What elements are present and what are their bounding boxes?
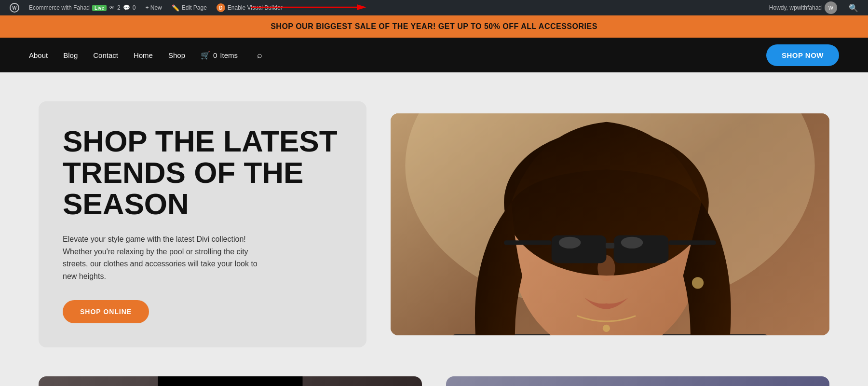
views-count: 2 <box>117 4 121 11</box>
svg-rect-21 <box>158 376 303 386</box>
svg-point-20 <box>603 325 610 332</box>
cart-icon: 🛒 <box>201 51 210 60</box>
hero-section: SHOP THE LATEST TRENDS OF THE SEASON Ele… <box>0 72 868 376</box>
nav-contact[interactable]: Contact <box>93 51 118 59</box>
nav-blog[interactable]: Blog <box>63 51 78 59</box>
shop-now-button[interactable]: SHOP NOW <box>766 44 839 66</box>
wp-logo-button[interactable]: W <box>6 0 23 15</box>
thumbnail-card-2[interactable] <box>446 376 829 386</box>
live-badge: Live <box>92 5 107 11</box>
red-arrow-annotation <box>251 3 366 12</box>
user-avatar[interactable]: W <box>825 1 837 14</box>
hero-image-placeholder <box>391 113 829 335</box>
bottom-thumbnail-row <box>0 376 868 386</box>
promo-banner: SHOP OUR BIGGEST SALE OF THE YEAR! GET U… <box>0 15 868 38</box>
comments-icon: 💬 <box>123 4 130 11</box>
svg-point-19 <box>692 277 704 289</box>
site-name-text: Ecommerce with Fahad <box>29 4 90 11</box>
nav-home[interactable]: Home <box>134 51 153 59</box>
admin-bar-right: Howdy, wpwithfahad W 🔍 <box>765 1 862 14</box>
edit-page-label: Edit Page <box>182 4 207 11</box>
svg-rect-24 <box>566 376 710 386</box>
howdy-text: Howdy, wpwithfahad <box>769 4 822 11</box>
thumbnail-card-1[interactable] <box>39 376 422 386</box>
edit-pencil-icon: ✏️ <box>172 4 179 12</box>
admin-search-icon[interactable]: 🔍 <box>845 3 862 13</box>
new-button[interactable]: + New <box>141 0 165 15</box>
cart-area[interactable]: 🛒 0 Items <box>201 51 238 60</box>
views-icon: 👁 <box>109 4 115 11</box>
site-nav: About Blog Contact Home Shop 🛒 0 Items ⌕… <box>0 38 868 72</box>
hero-left-card: SHOP THE LATEST TRENDS OF THE SEASON Ele… <box>39 101 366 347</box>
svg-point-17 <box>559 237 581 248</box>
cart-count: 0 <box>213 51 217 59</box>
edit-page-button[interactable]: ✏️ Edit Page <box>168 0 211 15</box>
hero-title: SHOP THE LATEST TRENDS OF THE SEASON <box>63 125 342 220</box>
nav-links: About Blog Contact Home Shop 🛒 0 Items ⌕ <box>29 50 262 60</box>
hero-image <box>391 113 829 335</box>
admin-bar: W Ecommerce with Fahad Live 👁 2 💬 0 + Ne… <box>0 0 868 15</box>
new-label: + New <box>145 4 162 11</box>
hero-description: Elevate your style game with the latest … <box>63 233 270 282</box>
nav-shop[interactable]: Shop <box>168 51 185 59</box>
admin-bar-left: W Ecommerce with Fahad Live 👁 2 💬 0 + Ne… <box>6 0 765 15</box>
svg-rect-14 <box>606 243 614 248</box>
comments-count: 0 <box>133 4 136 11</box>
svg-point-18 <box>621 237 643 248</box>
cart-label: Items <box>220 51 238 59</box>
promo-text: SHOP OUR BIGGEST SALE OF THE YEAR! GET U… <box>271 22 597 30</box>
search-icon-nav[interactable]: ⌕ <box>257 50 262 60</box>
svg-marker-3 <box>357 4 366 10</box>
nav-about[interactable]: About <box>29 51 48 59</box>
svg-text:W: W <box>12 5 17 11</box>
divi-icon: D <box>217 3 225 12</box>
svg-rect-15 <box>504 240 552 245</box>
howdy-section: Howdy, wpwithfahad W <box>765 1 841 14</box>
svg-rect-16 <box>668 240 716 245</box>
shop-online-button[interactable]: SHOP ONLINE <box>63 300 149 323</box>
site-name-button[interactable]: Ecommerce with Fahad Live 👁 2 💬 0 <box>25 0 139 15</box>
